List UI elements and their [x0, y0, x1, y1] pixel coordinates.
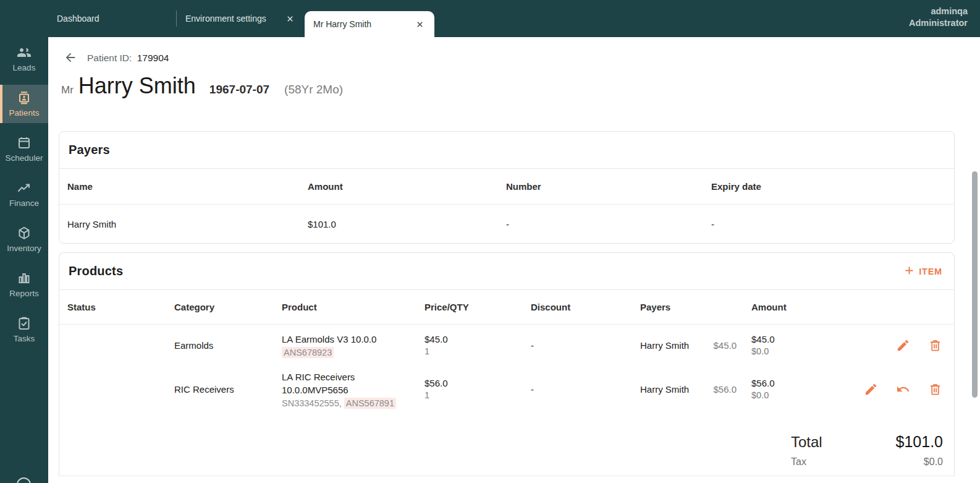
sidebar-item-reports[interactable]: Reports	[0, 265, 48, 304]
payer-name: Harry Smith	[67, 219, 308, 229]
payer-expiry: -	[711, 219, 954, 229]
product-payer-amount: $56.0	[713, 384, 737, 395]
sidebar-item-label: Finance	[9, 199, 39, 208]
product-price: $45.0	[425, 334, 531, 344]
patient-salutation: Mr	[61, 84, 74, 96]
product-serials: ANS678923	[282, 348, 415, 357]
product-amount: $45.0	[751, 334, 848, 344]
delete-icon[interactable]	[928, 382, 942, 396]
user-role: Administrator	[909, 17, 968, 29]
product-payer-name: Harry Smith	[640, 340, 689, 351]
payer-amount: $101.0	[308, 219, 506, 229]
column-header-amount: Amount	[751, 302, 848, 312]
vertical-scrollbar[interactable]	[972, 171, 978, 398]
sidebar-item-finance[interactable]: Finance	[0, 175, 48, 213]
add-item-button[interactable]: ITEM	[902, 262, 945, 281]
main-content: Patient ID: 179904 Mr Harry Smith 1967-0…	[48, 37, 980, 483]
edit-icon[interactable]	[864, 382, 878, 396]
sidebar-item-label: Reports	[9, 289, 38, 298]
sidebar-nav: Leads Patients Scheduler	[0, 0, 48, 483]
column-header-price-qty: Price/QTY	[425, 302, 531, 312]
column-header-number: Number	[506, 181, 711, 192]
sidebar-bottom-icon[interactable]	[17, 477, 31, 483]
sidebar-item-label: Patients	[9, 108, 40, 118]
column-header-payers: Payers	[640, 302, 751, 312]
app-window: Dashboard Environment settings Mr Harry …	[0, 0, 980, 483]
tax-row: Tax $0.0	[791, 456, 943, 468]
payer-number: -	[506, 219, 711, 229]
clipboard-check-icon	[17, 316, 32, 331]
price-qty-cell: $45.0 1	[425, 334, 531, 356]
product-name: LA Earmolds V3 10.0.0	[282, 333, 387, 346]
tax-label: Tax	[791, 456, 806, 468]
plus-icon	[904, 265, 915, 278]
product-cell: LA Earmolds V3 10.0.0 ANS678923	[282, 333, 425, 357]
payers-title: Payers	[69, 143, 945, 157]
product-row[interactable]: RIC Receivers LA RIC Receivers 10.0.0MVP…	[59, 365, 954, 412]
payers-card: Payers Name Amount Number Expiry date Ha…	[59, 131, 955, 244]
column-header-name: Name	[67, 181, 308, 192]
calendar-icon	[17, 135, 32, 150]
patient-age: (58Yr 2Mo)	[284, 83, 343, 96]
products-card: Products ITEM Status Category Product Pr…	[59, 252, 955, 476]
serial-highlight: ANS678923	[282, 347, 334, 358]
bar-chart-icon	[17, 271, 32, 286]
contact-card-icon	[17, 90, 32, 105]
sidebar-item-inventory[interactable]: Inventory	[0, 220, 48, 259]
user-name: adminqa	[909, 6, 968, 17]
patient-id-label: Patient ID:	[87, 53, 132, 63]
row-actions	[848, 382, 954, 396]
sidebar-item-leads[interactable]: Leads	[0, 40, 48, 78]
products-title: Products	[69, 264, 902, 278]
sidebar-item-label: Scheduler	[6, 153, 43, 163]
close-icon[interactable]	[415, 20, 425, 29]
column-header-expiry-date: Expiry date	[711, 181, 954, 192]
product-price: $56.0	[425, 378, 531, 388]
tab-dashboard[interactable]: Dashboard	[48, 0, 176, 37]
product-category: Earmolds	[174, 340, 282, 351]
sidebar-item-tasks[interactable]: Tasks	[0, 310, 48, 349]
amount-cell: $45.0 $0.0	[751, 334, 848, 356]
amount-cell: $56.0 $0.0	[751, 378, 848, 400]
product-discount: -	[531, 384, 640, 395]
products-card-header: Products ITEM	[59, 253, 954, 290]
column-header-discount: Discount	[531, 302, 640, 312]
sidebar-item-scheduler[interactable]: Scheduler	[0, 130, 48, 168]
total-value: $101.0	[896, 433, 943, 451]
people-icon	[17, 45, 32, 60]
total-label: Total	[791, 434, 822, 451]
back-arrow-icon[interactable]	[64, 51, 77, 64]
column-header-amount: Amount	[308, 181, 506, 192]
sidebar-item-patients[interactable]: Patients	[0, 85, 48, 123]
delete-icon[interactable]	[928, 338, 942, 353]
tab-label: Environment settings	[185, 14, 279, 24]
column-header-product: Product	[282, 302, 425, 312]
payers-table-row[interactable]: Harry Smith $101.0 - -	[59, 205, 954, 243]
undo-icon[interactable]	[896, 382, 910, 396]
edit-icon[interactable]	[896, 338, 910, 353]
patient-name: Harry Smith	[78, 73, 196, 99]
product-payer-name: Harry Smith	[640, 384, 689, 395]
tab-mr-harry-smith[interactable]: Mr Harry Smith	[305, 11, 434, 37]
patient-id-line: Patient ID: 179904	[87, 53, 169, 64]
tab-environment-settings[interactable]: Environment settings	[177, 0, 305, 37]
row-actions	[848, 338, 954, 353]
serial-plain: SN333452555,	[282, 398, 342, 408]
product-row[interactable]: Earmolds LA Earmolds V3 10.0.0 ANS678923…	[59, 325, 954, 365]
trend-chart-icon	[17, 181, 32, 195]
close-icon[interactable]	[285, 14, 295, 24]
product-payers-cell: Harry Smith $56.0	[640, 384, 751, 395]
payers-table-header: Name Amount Number Expiry date	[59, 169, 954, 205]
product-amount-tax: $0.0	[751, 390, 848, 400]
product-amount: $56.0	[751, 378, 848, 388]
sidebar-item-label: Leads	[13, 63, 36, 72]
product-qty: 1	[425, 346, 531, 356]
product-name: LA RIC Receivers 10.0.0MVP5656	[282, 370, 387, 396]
cube-icon	[17, 226, 32, 241]
serial-highlight: ANS567891	[344, 398, 396, 409]
product-cell: LA RIC Receivers 10.0.0MVP5656 SN3334525…	[282, 370, 425, 408]
user-info[interactable]: adminqa Administrator	[909, 6, 968, 29]
tab-label: Mr Harry Smith	[313, 19, 409, 29]
top-bar: Dashboard Environment settings Mr Harry …	[0, 0, 980, 37]
product-payers-cell: Harry Smith $45.0	[640, 340, 751, 351]
